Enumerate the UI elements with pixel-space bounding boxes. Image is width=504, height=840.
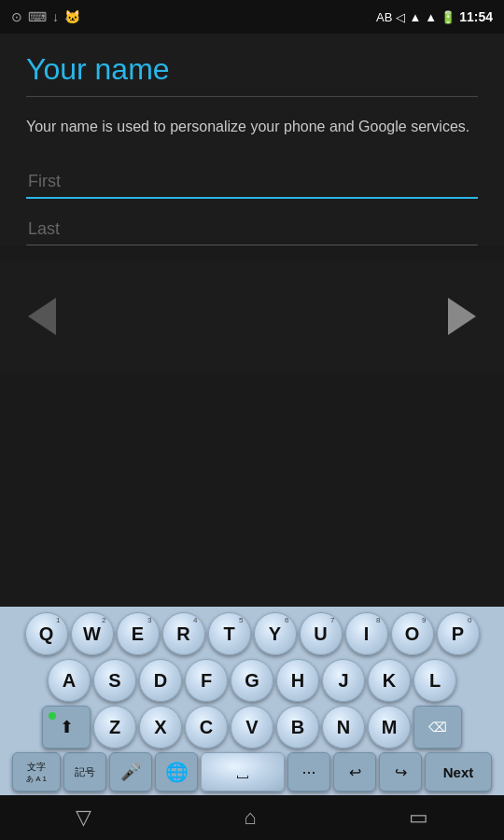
first-name-input[interactable] bbox=[26, 166, 478, 199]
key-h[interactable]: H bbox=[276, 659, 319, 702]
status-right: AB ◁ ▲ ▲ 🔋 11:54 bbox=[376, 9, 493, 24]
key-b[interactable]: B bbox=[276, 706, 319, 749]
wifi-icon: ▲ bbox=[409, 10, 421, 24]
cat-icon: 🐱 bbox=[64, 9, 80, 24]
key-v[interactable]: V bbox=[231, 706, 273, 749]
key-i[interactable]: 8I bbox=[345, 612, 388, 655]
key-p[interactable]: 0P bbox=[437, 612, 480, 655]
key-e[interactable]: 3E bbox=[117, 612, 160, 655]
key-x[interactable]: X bbox=[139, 706, 182, 749]
space-key[interactable]: ⎵ bbox=[201, 752, 285, 791]
key-t[interactable]: 5T bbox=[208, 612, 251, 655]
nav-area bbox=[0, 260, 504, 372]
globe-key[interactable]: 🌐 bbox=[155, 752, 198, 791]
forward-arrow-button[interactable] bbox=[439, 293, 485, 340]
key-y[interactable]: 6Y bbox=[254, 612, 297, 655]
key-d[interactable]: D bbox=[139, 659, 182, 702]
recents-nav-button[interactable]: ▭ bbox=[409, 805, 428, 830]
app-icon-circle: ⊙ bbox=[11, 9, 22, 24]
last-name-input[interactable] bbox=[26, 214, 478, 245]
key-u[interactable]: 7U bbox=[300, 612, 343, 655]
lang-label-1: 文字 bbox=[27, 761, 46, 774]
first-name-group bbox=[26, 166, 478, 199]
language-key[interactable]: 文字 あ A 1 bbox=[12, 752, 61, 791]
vibrate-icon: ◁ bbox=[396, 10, 405, 24]
content-area: Your name Your name is used to personali… bbox=[0, 34, 504, 245]
shift-dot bbox=[49, 712, 56, 720]
key-q[interactable]: 1Q bbox=[25, 612, 68, 655]
key-m[interactable]: M bbox=[368, 706, 411, 749]
shift-key[interactable]: ⬆ bbox=[42, 706, 91, 749]
bottom-nav: ▽ ⌂ ▭ bbox=[0, 795, 504, 840]
battery-icon: 🔋 bbox=[441, 10, 455, 24]
back-nav-button[interactable]: ▽ bbox=[76, 805, 91, 830]
key-r[interactable]: 4R bbox=[162, 612, 205, 655]
clock: 11:54 bbox=[459, 9, 493, 24]
home-nav-button[interactable]: ⌂ bbox=[244, 805, 256, 830]
delete-key[interactable]: ⌫ bbox=[413, 706, 462, 749]
status-bar-left: ⊙ ⌨ ↓ 🐱 bbox=[11, 9, 371, 24]
next-key[interactable]: Next bbox=[425, 752, 492, 791]
key-w[interactable]: 2W bbox=[71, 612, 114, 655]
dots-key[interactable]: ··· bbox=[287, 752, 330, 791]
key-a[interactable]: A bbox=[48, 659, 91, 702]
page-title: Your name bbox=[26, 52, 478, 87]
back-arrow-icon bbox=[28, 298, 56, 335]
key-o[interactable]: 9O bbox=[391, 612, 434, 655]
key-l[interactable]: L bbox=[413, 659, 456, 702]
divider bbox=[26, 96, 478, 97]
download-icon: ↓ bbox=[52, 9, 59, 24]
back-arrow-button[interactable] bbox=[19, 293, 65, 340]
forward-arrow-icon bbox=[448, 298, 476, 335]
last-name-group bbox=[26, 214, 478, 245]
redo-key[interactable]: ↪ bbox=[379, 752, 422, 791]
key-f[interactable]: F bbox=[185, 659, 228, 702]
key-k[interactable]: K bbox=[368, 659, 411, 702]
description-text: Your name is used to personalize your ph… bbox=[26, 116, 478, 138]
key-n[interactable]: N bbox=[322, 706, 365, 749]
key-c[interactable]: C bbox=[185, 706, 228, 749]
lang-label-2: あ A 1 bbox=[26, 774, 47, 784]
key-s[interactable]: S bbox=[93, 659, 136, 702]
key-g[interactable]: G bbox=[231, 659, 273, 702]
status-bar: ⊙ ⌨ ↓ 🐱 AB ◁ ▲ ▲ 🔋 11:54 bbox=[0, 0, 504, 34]
undo-key[interactable]: ↩ bbox=[333, 752, 376, 791]
key-j[interactable]: J bbox=[322, 659, 365, 702]
keyboard-row-4: 文字 あ A 1 記号 🎤 🌐 ⎵ ··· ↩ ↪ Next bbox=[4, 752, 500, 791]
keyboard: 1Q 2W 3E 4R 5T 6Y 7U 8I 9O 0P A S D F G … bbox=[0, 607, 504, 795]
symbols-key[interactable]: 記号 bbox=[63, 752, 106, 791]
keyboard-row-1: 1Q 2W 3E 4R 5T 6Y 7U 8I 9O 0P bbox=[4, 612, 500, 655]
keyboard-row-2: A S D F G H J K L bbox=[4, 659, 500, 702]
ab-indicator: AB bbox=[376, 10, 392, 24]
key-z[interactable]: Z bbox=[93, 706, 136, 749]
keyboard-icon: ⌨ bbox=[28, 9, 47, 24]
signal-icon: ▲ bbox=[425, 10, 437, 24]
keyboard-row-3: ⬆ Z X C V B N M ⌫ bbox=[4, 706, 500, 749]
microphone-key[interactable]: 🎤 bbox=[109, 752, 152, 791]
